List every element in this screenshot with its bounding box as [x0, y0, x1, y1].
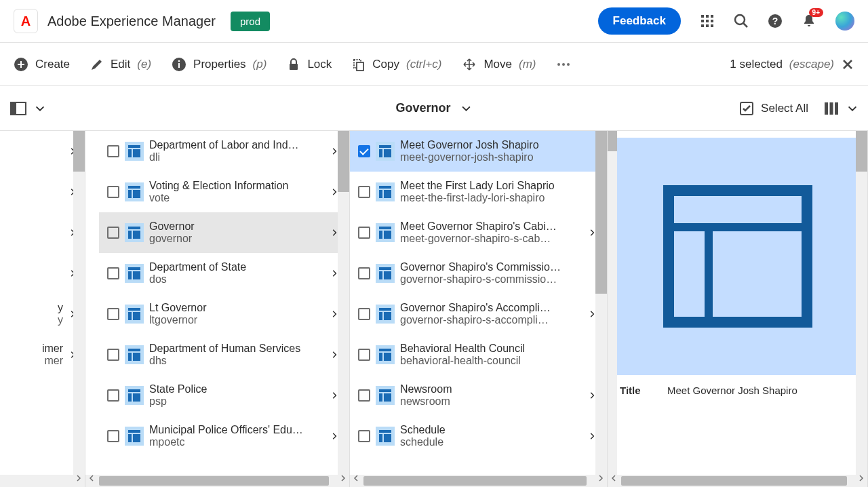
item-name: governor [149, 233, 323, 245]
item-title: Department of Labor and Ind… [149, 139, 323, 151]
lock-button[interactable]: Lock [287, 58, 332, 71]
item-name: dhs [149, 355, 323, 367]
column0-item[interactable]: imermer [0, 334, 85, 375]
checkbox[interactable] [358, 227, 370, 239]
svg-rect-30 [830, 102, 833, 115]
svg-rect-3 [701, 15, 704, 18]
item-name: meet-the-first-lady-lori-shapiro [400, 192, 599, 204]
svg-rect-9 [701, 24, 704, 27]
select-all-button[interactable]: Select All [739, 101, 808, 116]
properties-button[interactable]: Properties(p) [172, 57, 267, 72]
user-avatar[interactable] [835, 12, 854, 31]
checkbox[interactable] [107, 349, 119, 361]
adobe-logo[interactable]: A [14, 9, 38, 33]
checkbox[interactable] [107, 389, 119, 402]
list-item[interactable]: Municipal Police Officers' Edu…mpoetc [99, 416, 349, 456]
list-item[interactable]: State Policepsp [99, 375, 349, 416]
checkbox[interactable] [358, 145, 370, 157]
apps-icon[interactable] [700, 14, 715, 28]
action-toolbar: Create Edit(e) Properties(p) Lock Copy(c… [0, 43, 868, 86]
checkbox[interactable] [107, 430, 119, 442]
list-item[interactable]: Department of Labor and Ind…dli [99, 131, 349, 172]
list-item[interactable]: Governor Shapiro's Accompli…governor-sha… [350, 294, 607, 334]
svg-rect-8 [711, 20, 713, 22]
checkbox[interactable] [107, 308, 119, 320]
list-item[interactable]: Meet the First Lady Lori Shapriomeet-the… [350, 172, 607, 212]
list-item[interactable]: Voting & Election Informationvote [99, 172, 349, 212]
column0-item[interactable] [0, 212, 85, 253]
rail-toggle[interactable] [9, 100, 46, 117]
item-title: Governor [149, 220, 323, 233]
create-button[interactable]: Create [14, 57, 70, 72]
list-item[interactable]: Meet Governor Josh Shapiromeet-governor-… [350, 131, 607, 172]
move-icon [462, 57, 477, 72]
column0-item[interactable] [0, 131, 85, 172]
item-name: meet-governor-shapiro-s-cab… [400, 233, 581, 245]
brand-title: Adobe Experience Manager [47, 14, 216, 29]
close-icon[interactable] [841, 58, 854, 71]
svg-line-13 [743, 23, 747, 27]
checkbox[interactable] [107, 145, 119, 157]
detail-title-row: Title Meet Governor Josh Shapiro [617, 375, 858, 399]
column0-item[interactable] [0, 172, 85, 212]
column0-item[interactable] [0, 253, 85, 294]
list-item[interactable]: Governorgovernor [99, 212, 349, 253]
checkbox[interactable] [358, 430, 370, 442]
list-item[interactable]: Lt Governorltgovernor [99, 294, 349, 334]
view-switcher[interactable] [823, 100, 859, 117]
search-icon[interactable] [734, 14, 749, 28]
checkbox[interactable] [358, 186, 370, 198]
edit-button[interactable]: Edit(e) [90, 58, 151, 71]
page-icon [376, 182, 395, 201]
horizontal-scrollbars[interactable] [0, 475, 868, 487]
list-item[interactable]: Newsroomnewsroom [350, 375, 607, 416]
page-icon [125, 142, 144, 161]
svg-point-24 [562, 63, 565, 66]
item-title: State Police [149, 383, 323, 395]
notifications-icon[interactable]: 9+ [802, 14, 816, 28]
list-item[interactable]: Meet Governor Shapiro's Cabi…meet-govern… [350, 212, 607, 253]
list-item[interactable]: Behavioral Health Councilbehavioral-heal… [350, 334, 607, 375]
page-icon [376, 142, 395, 161]
svg-point-25 [567, 63, 570, 66]
item-name: governor-shapiro-s-commissio… [400, 273, 599, 286]
list-item[interactable]: Governor Shapiro's Commissio…governor-sh… [350, 253, 607, 294]
checkbox[interactable] [358, 389, 370, 402]
item-name: governor-shapiro-s-accompli… [400, 314, 581, 326]
chevron-down-icon [34, 102, 46, 115]
list-item[interactable]: Department of Human Servicesdhs [99, 334, 349, 375]
feedback-button[interactable]: Feedback [598, 7, 681, 35]
move-button[interactable]: Move(m) [462, 57, 536, 72]
column-view: yyimermer Department of Labor and Ind…dl… [0, 131, 868, 475]
selection-count: 1 selected (escape) [730, 58, 854, 71]
svg-rect-4 [706, 15, 709, 18]
item-name: meet-governor-josh-shapiro [400, 151, 599, 163]
page-icon [125, 345, 144, 364]
breadcrumb-title[interactable]: Governor [395, 101, 472, 115]
list-item[interactable]: Scheduleschedule [350, 416, 607, 456]
more-button[interactable] [556, 57, 571, 72]
column-view-icon [823, 100, 840, 117]
list-item[interactable]: Department of Statedos [99, 253, 349, 294]
checkbox[interactable] [107, 186, 119, 198]
item-name: newsroom [400, 395, 581, 408]
item-title: Department of Human Services [149, 343, 323, 355]
item-title: Municipal Police Officers' Edu… [149, 424, 323, 436]
column0-item[interactable]: yy [0, 294, 85, 334]
svg-rect-11 [711, 24, 713, 27]
checkbox[interactable] [107, 267, 119, 279]
copy-button[interactable]: Copy(ctrl+c) [352, 58, 441, 71]
svg-rect-22 [357, 62, 363, 71]
copy-icon [352, 58, 366, 71]
checkbox[interactable] [358, 349, 370, 361]
info-icon [172, 57, 186, 72]
help-icon[interactable]: ? [768, 14, 783, 28]
item-title: Behavioral Health Council [400, 343, 599, 355]
svg-point-19 [178, 60, 180, 62]
item-name: psp [149, 395, 323, 408]
checkbox[interactable] [107, 227, 119, 239]
checkbox[interactable] [358, 308, 370, 320]
page-icon [125, 427, 144, 446]
checkbox[interactable] [358, 267, 370, 279]
chevron-down-icon [846, 102, 859, 115]
